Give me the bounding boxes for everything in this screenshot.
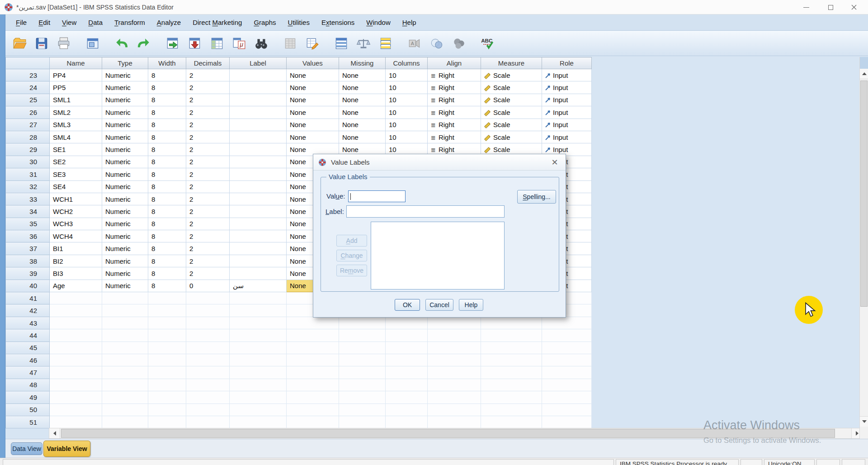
empty-cell[interactable] <box>481 366 542 379</box>
cancel-button[interactable]: Cancel <box>425 299 453 311</box>
empty-cell[interactable] <box>230 391 287 403</box>
empty-cell[interactable] <box>50 292 102 304</box>
empty-cell[interactable] <box>186 304 230 317</box>
empty-cell[interactable] <box>542 329 592 342</box>
empty-cell[interactable] <box>186 416 230 428</box>
empty-cell[interactable] <box>542 391 592 403</box>
empty-cell[interactable] <box>287 342 339 354</box>
cell-decimals[interactable]: 2 <box>186 242 230 255</box>
row-number[interactable]: 38 <box>6 255 50 267</box>
row-number[interactable]: 32 <box>6 180 50 193</box>
empty-cell[interactable] <box>230 304 287 317</box>
cell-type[interactable]: Numeric <box>102 205 148 218</box>
cell-decimals[interactable]: 0 <box>186 280 230 292</box>
menu-direct-marketing[interactable]: Direct Marketing <box>187 14 248 30</box>
empty-cell[interactable] <box>428 342 481 354</box>
row-number[interactable]: 43 <box>6 317 50 329</box>
empty-cell[interactable] <box>339 416 386 428</box>
row-number[interactable]: 25 <box>6 94 50 106</box>
cell-name[interactable]: SML1 <box>50 94 102 106</box>
empty-cell[interactable] <box>148 292 186 304</box>
goto-case-icon[interactable] <box>164 34 181 53</box>
empty-cell[interactable] <box>230 292 287 304</box>
value-labels-icon[interactable]: A <box>406 34 423 53</box>
cell-type[interactable]: Numeric <box>102 193 148 205</box>
cell-values[interactable]: None <box>287 94 339 106</box>
row-number[interactable]: 42 <box>6 304 50 317</box>
column-header-role[interactable]: Role <box>542 57 592 69</box>
empty-cell[interactable] <box>50 379 102 391</box>
find-icon[interactable] <box>253 34 270 53</box>
empty-cell[interactable] <box>50 416 102 428</box>
empty-cell[interactable] <box>386 391 428 403</box>
cell-align[interactable]: ≣Right <box>428 69 481 81</box>
empty-cell[interactable] <box>50 342 102 354</box>
cell-width[interactable]: 8 <box>148 180 186 193</box>
empty-cell[interactable] <box>102 342 148 354</box>
cell-role[interactable]: Input <box>542 81 592 94</box>
menu-help[interactable]: Help <box>396 14 422 30</box>
empty-cell[interactable] <box>287 329 339 342</box>
empty-cell[interactable] <box>230 379 287 391</box>
cell-align[interactable]: ≣Right <box>428 94 481 106</box>
cell-missing[interactable]: None <box>339 119 386 131</box>
scroll-left-button[interactable] <box>49 428 60 438</box>
cell-name[interactable]: WCH3 <box>50 218 102 230</box>
empty-cell[interactable] <box>186 366 230 379</box>
empty-cell[interactable] <box>50 317 102 329</box>
empty-cell[interactable] <box>102 366 148 379</box>
row-number[interactable]: 31 <box>6 168 50 180</box>
empty-cell[interactable] <box>339 329 386 342</box>
cell-name[interactable]: PP5 <box>50 81 102 94</box>
cell-name[interactable]: WCH2 <box>50 205 102 218</box>
empty-cell[interactable] <box>428 391 481 403</box>
cell-decimals[interactable]: 2 <box>186 205 230 218</box>
menu-data[interactable]: Data <box>82 14 108 30</box>
empty-cell[interactable] <box>287 354 339 366</box>
empty-cell[interactable] <box>186 317 230 329</box>
cell-type[interactable]: Numeric <box>102 230 148 242</box>
empty-cell[interactable] <box>339 403 386 416</box>
empty-cell[interactable] <box>542 416 592 428</box>
select-cases-icon[interactable] <box>377 34 394 53</box>
cell-width[interactable]: 8 <box>148 205 186 218</box>
cell-decimals[interactable]: 2 <box>186 230 230 242</box>
cell-missing[interactable]: None <box>339 106 386 119</box>
empty-cell[interactable] <box>287 366 339 379</box>
cell-name[interactable]: WCH4 <box>50 230 102 242</box>
empty-cell[interactable] <box>148 403 186 416</box>
empty-cell[interactable] <box>542 342 592 354</box>
empty-cell[interactable] <box>339 354 386 366</box>
value-labels-list[interactable] <box>371 222 505 289</box>
empty-cell[interactable] <box>339 391 386 403</box>
cell-name[interactable]: PP4 <box>50 69 102 81</box>
cell-width[interactable]: 8 <box>148 81 186 94</box>
cell-name[interactable]: Age <box>50 280 102 292</box>
column-header-values[interactable]: Values <box>287 57 339 69</box>
cell-type[interactable]: Numeric <box>102 180 148 193</box>
cell-name[interactable]: SE2 <box>50 156 102 168</box>
empty-cell[interactable] <box>50 403 102 416</box>
spell-check-icon[interactable]: ABC <box>479 34 496 53</box>
cell-type[interactable]: Numeric <box>102 242 148 255</box>
empty-cell[interactable] <box>50 329 102 342</box>
cell-measure[interactable]: Scale <box>481 81 542 94</box>
menu-file[interactable]: File <box>10 14 33 30</box>
empty-cell[interactable] <box>481 391 542 403</box>
empty-cell[interactable] <box>186 342 230 354</box>
menu-edit[interactable]: Edit <box>33 14 56 30</box>
empty-cell[interactable] <box>542 403 592 416</box>
empty-cell[interactable] <box>230 354 287 366</box>
cell-values[interactable]: None <box>287 131 339 143</box>
cell-measure[interactable]: Scale <box>481 131 542 143</box>
save-icon[interactable] <box>33 34 50 53</box>
cell-label[interactable] <box>230 94 287 106</box>
cell-type[interactable]: Numeric <box>102 218 148 230</box>
horizontal-scroll-thumb[interactable] <box>61 429 835 438</box>
empty-cell[interactable] <box>148 354 186 366</box>
cell-align[interactable]: ≣Right <box>428 131 481 143</box>
use-sets-icon[interactable] <box>428 34 445 53</box>
cell-label[interactable] <box>230 255 287 267</box>
descriptives-icon[interactable]: μ <box>231 34 248 53</box>
empty-cell[interactable] <box>148 342 186 354</box>
